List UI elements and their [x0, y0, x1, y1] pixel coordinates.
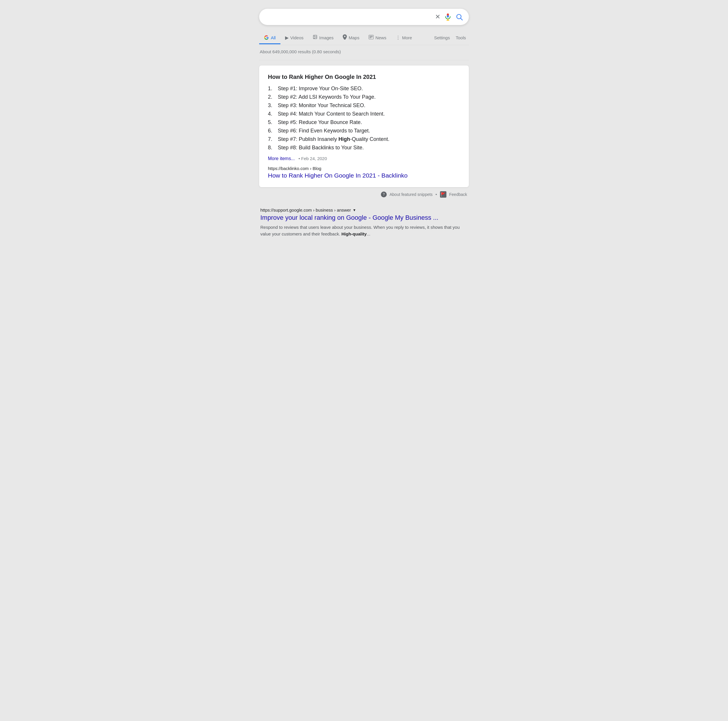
snippet-date: • Feb 24, 2020 — [298, 156, 327, 161]
feedback-link[interactable]: Feedback — [449, 192, 467, 197]
about-snippets-bar: ? About featured snippets • 🚩 Feedback — [259, 187, 469, 202]
nav-tabs: All ▶ Videos Images Maps News ⋮ More — [259, 30, 469, 45]
dropdown-arrow[interactable]: ▼ — [353, 208, 356, 212]
result-description-after: ... — [367, 231, 370, 236]
settings-label[interactable]: Settings — [434, 35, 450, 40]
list-item: 3. Step #3: Monitor Your Technical SEO. — [268, 102, 460, 108]
search-input[interactable]: how to rank higher on Google — [265, 14, 431, 20]
result-title[interactable]: Improve your local ranking on Google - G… — [260, 214, 468, 222]
google-icon — [264, 35, 269, 40]
results-count: About 649,000,000 results (0.80 seconds) — [259, 49, 469, 54]
snippet-url: https://backlinko.com › Blog — [268, 166, 460, 171]
tab-news[interactable]: News — [364, 31, 391, 44]
page-container: how to rank higher on Google ✕ — [259, 9, 469, 237]
search-icon[interactable] — [456, 13, 463, 21]
search-bar: how to rank higher on Google ✕ — [259, 9, 469, 25]
about-snippets-link[interactable]: About featured snippets — [390, 192, 433, 197]
tab-videos[interactable]: ▶ Videos — [280, 31, 308, 44]
tab-more[interactable]: ⋮ More — [391, 31, 417, 44]
tab-all[interactable]: All — [259, 31, 280, 44]
tab-images-label: Images — [319, 35, 333, 40]
list-item: 1. Step #1: Improve Your On-Site SEO. — [268, 86, 460, 92]
svg-point-7 — [314, 36, 315, 37]
maps-icon — [343, 34, 347, 41]
list-item: 7. Step #7: Publish Insanely High-Qualit… — [268, 136, 460, 142]
result-url: https://support.google.com › business › … — [260, 208, 351, 212]
images-icon — [313, 35, 317, 40]
tab-maps-label: Maps — [349, 35, 359, 40]
result-url-row: https://support.google.com › business › … — [260, 208, 468, 212]
tab-news-label: News — [375, 35, 387, 40]
snippet-meta-row: More items... • Feb 24, 2020 — [268, 156, 460, 161]
feedback-icon[interactable]: 🚩 — [440, 191, 447, 198]
result-description-strong: High-quality — [341, 231, 367, 236]
tab-maps[interactable]: Maps — [338, 30, 364, 45]
list-item: 4. Step #4: Match Your Content to Search… — [268, 111, 460, 117]
snippet-link[interactable]: How to Rank Higher On Google In 2021 - B… — [268, 172, 408, 179]
list-item: 6. Step #6: Find Even Keywords to Target… — [268, 128, 460, 134]
svg-rect-0 — [447, 14, 449, 17]
mic-icon[interactable] — [444, 13, 452, 21]
snippet-list: 1. Step #1: Improve Your On-Site SEO. 2.… — [268, 86, 460, 151]
clear-icon[interactable]: ✕ — [435, 13, 440, 21]
snippet-title: How to Rank Higher On Google In 2021 — [268, 73, 460, 80]
tab-more-label: More — [402, 35, 412, 40]
about-icon[interactable]: ? — [381, 191, 387, 197]
list-item: 8. Step #8: Build Backlinks to Your Site… — [268, 145, 460, 151]
tools-label[interactable]: Tools — [456, 35, 466, 40]
result-description: Respond to reviews that users leave abou… — [260, 224, 468, 238]
nav-settings: Settings Tools — [431, 31, 469, 44]
tab-images[interactable]: Images — [308, 31, 338, 44]
list-item: 2. Step #2: Add LSI Keywords To Your Pag… — [268, 94, 460, 100]
more-icon: ⋮ — [396, 35, 401, 40]
second-result: https://support.google.com › business › … — [259, 208, 469, 237]
more-items-link[interactable]: More items... — [268, 156, 295, 161]
list-item: 5. Step #5: Reduce Your Bounce Rate. — [268, 119, 460, 125]
tab-videos-label: Videos — [290, 35, 304, 40]
news-icon — [369, 35, 374, 40]
videos-icon: ▶ — [285, 35, 289, 40]
featured-snippet: How to Rank Higher On Google In 2021 1. … — [259, 66, 469, 187]
dot-separator: • — [436, 192, 437, 197]
tab-all-label: All — [271, 35, 276, 40]
divider — [259, 60, 469, 60]
svg-line-4 — [461, 18, 462, 20]
